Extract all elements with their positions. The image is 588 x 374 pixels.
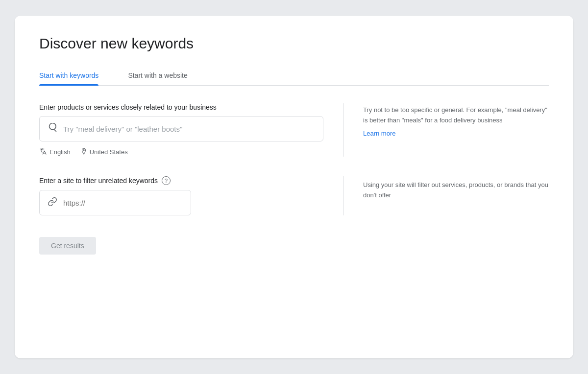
tab-keywords[interactable]: Start with keywords: [39, 66, 98, 85]
url-input-wrapper[interactable]: [39, 190, 191, 215]
filter-hint-text: Using your site will filter out services…: [363, 180, 549, 201]
location-label: United States: [90, 148, 128, 156]
get-results-button[interactable]: Get results: [39, 237, 96, 255]
learn-more-link[interactable]: Learn more: [363, 130, 395, 137]
url-input[interactable]: [63, 199, 183, 207]
language-selector[interactable]: English: [39, 147, 71, 157]
vertical-divider-2: [343, 176, 343, 215]
language-icon: [39, 147, 47, 157]
keywords-field-label: Enter products or services closely relat…: [39, 103, 323, 111]
search-icon: [48, 123, 57, 135]
filter-right-col: Using your site will filter out services…: [363, 176, 549, 215]
page-title: Discover new keywords: [39, 35, 549, 52]
keywords-left-col: Enter products or services closely relat…: [39, 103, 323, 157]
keywords-search-wrapper[interactable]: [39, 116, 323, 141]
filter-content-row: Enter a site to filter unrelated keyword…: [39, 176, 549, 215]
tab-bar: Start with keywords Start with a website: [39, 66, 549, 86]
keywords-search-input[interactable]: [63, 125, 315, 133]
language-label: English: [49, 148, 71, 156]
meta-row: English United States: [39, 147, 323, 157]
keywords-right-col: Try not to be too specific or general. F…: [363, 103, 549, 157]
filter-field-label: Enter a site to filter unrelated keyword…: [39, 176, 323, 185]
link-icon: [48, 197, 57, 209]
main-card: Discover new keywords Start with keyword…: [15, 16, 573, 358]
location-icon: [80, 147, 87, 157]
keywords-content-row: Enter products or services closely relat…: [39, 103, 549, 157]
location-selector[interactable]: United States: [80, 147, 128, 157]
filter-left-col: Enter a site to filter unrelated keyword…: [39, 176, 323, 215]
keywords-hint-text: Try not to be too specific or general. F…: [363, 105, 549, 126]
help-icon[interactable]: ?: [162, 176, 171, 185]
vertical-divider-1: [343, 103, 343, 157]
svg-point-0: [83, 150, 84, 151]
tab-website[interactable]: Start with a website: [128, 66, 187, 85]
